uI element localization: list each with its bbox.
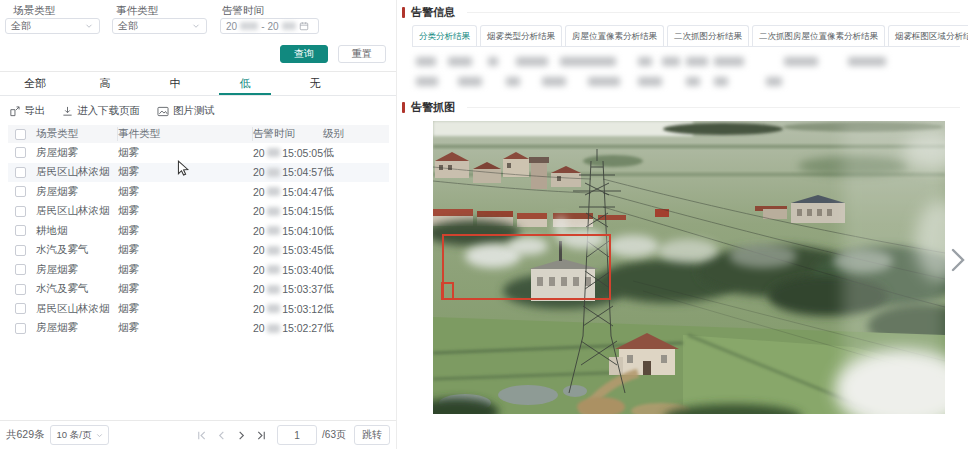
cell-event: 烟雾	[118, 263, 253, 277]
image-test-button[interactable]: 图片测试	[157, 104, 215, 118]
alarm-info-blurred-content	[400, 55, 968, 88]
row-checkbox[interactable]	[15, 245, 26, 256]
table-row[interactable]: 房屋烟雾 烟雾 20 15:04:47 低	[8, 182, 389, 202]
cell-time: 20 15:04:57	[253, 166, 323, 178]
table-toolbar: 导出 进入下载页面 图片测试	[0, 98, 396, 124]
cell-scene: 居民区山林浓烟	[36, 165, 118, 179]
jump-button[interactable]: 跳转	[354, 425, 390, 445]
cell-scene: 房屋烟雾	[36, 321, 118, 335]
table-row[interactable]: 房屋烟雾 烟雾 20 15:02:27 低	[8, 319, 389, 339]
col-header-scene: 场景类型	[36, 127, 118, 141]
cell-level: 低	[323, 263, 389, 277]
table-row[interactable]: 耕地烟 烟雾 20 15:04:10 低	[8, 221, 389, 241]
row-checkbox[interactable]	[15, 225, 26, 236]
row-checkbox[interactable]	[15, 303, 26, 314]
row-checkbox[interactable]	[15, 284, 26, 295]
page-count: /63页	[322, 428, 346, 442]
cell-level: 低	[323, 185, 389, 199]
cell-event: 烟雾	[118, 282, 253, 296]
level-tab[interactable]: 无	[280, 72, 350, 95]
section-marker	[402, 102, 405, 113]
alarm-info-title: 告警信息	[411, 5, 455, 20]
row-checkbox[interactable]	[15, 264, 26, 275]
range-separator: -	[261, 21, 264, 32]
cell-time: 20 15:03:37	[253, 283, 323, 295]
cell-event: 烟雾	[118, 224, 253, 238]
level-tab[interactable]: 中	[140, 72, 210, 95]
cell-time: 20 15:02:27	[253, 322, 323, 334]
last-page-icon[interactable]	[256, 430, 267, 441]
alert-detail-panel: 告警信息 分类分析结果 烟雾类型分析结果 房屋位置像素分析结果 二次抓图分析结果…	[400, 0, 968, 449]
blurred-date	[282, 22, 296, 30]
chevron-left-icon[interactable]	[216, 430, 227, 441]
cell-scene: 房屋烟雾	[36, 185, 118, 199]
blurred-date	[267, 168, 280, 177]
analysis-tab[interactable]: 烟雾类型分析结果	[480, 25, 562, 46]
range-start-prefix: 20	[226, 21, 237, 32]
level-tab[interactable]: 全部	[0, 72, 70, 95]
table-row[interactable]: 房屋烟雾 烟雾 20 15:03:40 低	[8, 260, 389, 280]
page-number-input[interactable]	[277, 425, 317, 445]
chevron-right-icon[interactable]	[236, 430, 247, 441]
query-button[interactable]: 查询	[280, 45, 328, 63]
cell-time: 20 15:03:40	[253, 264, 323, 276]
select-all-checkbox[interactable]	[15, 129, 26, 140]
analysis-tab[interactable]: 分类分析结果	[412, 25, 477, 46]
table-row[interactable]: 居民区山林浓烟 烟雾 20 15:04:15 低	[8, 202, 389, 222]
row-checkbox[interactable]	[15, 323, 26, 334]
export-button[interactable]: 导出	[9, 104, 45, 118]
cell-time: 20 15:04:10	[253, 225, 323, 237]
row-checkbox[interactable]	[15, 147, 26, 158]
cell-time: 20 15:04:47	[253, 186, 323, 198]
page-size-select[interactable]: 10 条/页	[50, 425, 110, 445]
table-header-row: 场景类型 事件类型 告警时间 级别	[8, 125, 389, 143]
cell-scene: 耕地烟	[36, 224, 118, 238]
alert-table: 场景类型 事件类型 告警时间 级别 房屋烟雾 烟雾 20 15:05:05	[8, 125, 389, 338]
total-count: 共629条	[6, 428, 45, 442]
alert-time-range-picker[interactable]: 20 - 20	[220, 18, 319, 34]
row-checkbox[interactable]	[15, 186, 26, 197]
event-type-value: 全部	[118, 19, 191, 33]
analysis-tab[interactable]: 二次抓图分析结果	[667, 25, 749, 46]
col-header-time: 告警时间	[253, 127, 323, 141]
cell-event: 烟雾	[118, 146, 253, 160]
cell-level: 低	[323, 321, 389, 335]
scene-type-value: 全部	[11, 19, 84, 33]
cell-event: 烟雾	[118, 243, 253, 257]
analysis-result-tabs: 分类分析结果 烟雾类型分析结果 房屋位置像素分析结果 二次抓图分析结果 二次抓图…	[412, 25, 960, 47]
blurred-date	[240, 22, 258, 30]
chevron-down-icon	[191, 21, 201, 31]
row-checkbox[interactable]	[15, 206, 26, 217]
cell-scene: 水汽及雾气	[36, 282, 118, 296]
event-type-select[interactable]: 全部	[112, 18, 207, 34]
analysis-tab[interactable]: 烟雾框图区域分析结果	[888, 25, 968, 46]
scene-type-select[interactable]: 全部	[5, 18, 100, 34]
cell-scene: 房屋烟雾	[36, 146, 118, 160]
table-row[interactable]: 水汽及雾气 烟雾 20 15:03:45 低	[8, 241, 389, 261]
analysis-tab[interactable]: 房屋位置像素分析结果	[565, 25, 664, 46]
table-row[interactable]: 居民区山林浓烟 烟雾 20 15:03:12 低	[8, 299, 389, 319]
cell-event: 烟雾	[118, 321, 253, 335]
first-page-icon[interactable]	[196, 430, 207, 441]
table-body: 房屋烟雾 烟雾 20 15:05:05 低 居民区山林浓烟 烟雾	[8, 143, 389, 338]
row-checkbox[interactable]	[15, 167, 26, 178]
cell-scene: 水汽及雾气	[36, 243, 118, 257]
analysis-tab[interactable]: 二次抓图房屋位置像素分析结果	[752, 25, 885, 46]
level-tab[interactable]: 高	[70, 72, 140, 95]
scene-type-label: 场景类型	[13, 4, 55, 18]
section-marker	[402, 7, 405, 18]
blurred-date	[267, 187, 280, 196]
download-page-button[interactable]: 进入下载页面	[62, 104, 140, 118]
blurred-date	[267, 207, 280, 216]
blurred-date	[267, 324, 280, 333]
cell-level: 低	[323, 224, 389, 238]
table-row[interactable]: 水汽及雾气 烟雾 20 15:03:37 低	[8, 280, 389, 300]
alert-monitoring-page: 场景类型 全部 事件类型 全部 告警时间 20 - 20 查询 重置	[0, 0, 968, 449]
reset-button[interactable]: 重置	[338, 45, 386, 63]
table-row[interactable]: 居民区山林浓烟 烟雾 20 15:04:57 低	[8, 163, 389, 183]
alert-time-label: 告警时间	[222, 4, 264, 18]
level-tab[interactable]: 低	[210, 72, 280, 95]
table-row[interactable]: 房屋烟雾 烟雾 20 15:05:05 低	[8, 143, 389, 163]
blurred-date	[267, 304, 280, 313]
next-image-button[interactable]	[949, 247, 967, 273]
